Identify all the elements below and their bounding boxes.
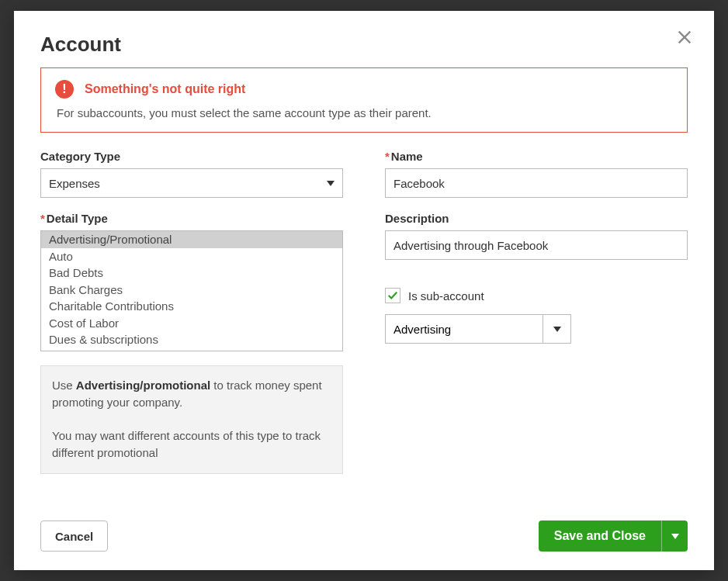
- detail-type-listbox[interactable]: Advertising/PromotionalAutoBad DebtsBank…: [40, 230, 343, 351]
- parent-account-select[interactable]: Advertising: [385, 314, 571, 344]
- modal-header: Account: [14, 11, 714, 67]
- detail-type-option[interactable]: Entertainment: [41, 348, 342, 352]
- save-and-close-button[interactable]: Save and Close: [539, 520, 661, 552]
- detail-type-option[interactable]: Auto: [41, 248, 342, 265]
- check-icon: [387, 290, 398, 301]
- detail-type-option[interactable]: Bank Charges: [41, 282, 342, 299]
- caret-down-icon: [553, 327, 561, 332]
- save-button-group: Save and Close: [539, 520, 688, 552]
- alert-message: For subaccounts, you must select the sam…: [55, 106, 673, 119]
- caret-down-icon: [327, 181, 335, 186]
- modal-title: Account: [40, 33, 686, 57]
- caret-down-icon: [671, 534, 679, 539]
- sub-account-label: Is sub-account: [408, 289, 484, 303]
- cancel-button[interactable]: Cancel: [40, 520, 108, 552]
- detail-type-option[interactable]: Dues & subscriptions: [41, 331, 342, 348]
- alert-header: ! Something's not quite right: [55, 80, 673, 99]
- sub-account-row: Is sub-account: [385, 288, 688, 303]
- left-column: Category Type Expenses *Detail Type Adve…: [40, 150, 343, 474]
- hint-paragraph-1: Use Advertising/promotional to track mon…: [52, 377, 331, 411]
- hint-paragraph-2: You may want different accounts of this …: [52, 427, 331, 462]
- parent-account-value: Advertising: [385, 314, 543, 344]
- name-input[interactable]: [385, 168, 688, 198]
- alert-title: Something's not quite right: [85, 82, 245, 96]
- category-type-label: Category Type: [40, 150, 343, 163]
- detail-type-option[interactable]: Bad Debts: [41, 265, 342, 282]
- name-field: *Name: [385, 150, 688, 198]
- modal-body[interactable]: ! Something's not quite right For subacc…: [14, 67, 714, 507]
- category-type-value: Expenses: [49, 177, 100, 190]
- detail-type-option[interactable]: Charitable Contributions: [41, 298, 342, 315]
- category-type-select[interactable]: Expenses: [40, 168, 343, 198]
- detail-type-field: *Detail Type Advertising/PromotionalAuto…: [40, 212, 343, 351]
- close-button[interactable]: [674, 26, 695, 48]
- description-label: Description: [385, 212, 688, 225]
- category-type-field: Category Type Expenses: [40, 150, 343, 198]
- detail-type-option[interactable]: Cost of Labor: [41, 315, 342, 332]
- name-label: *Name: [385, 150, 688, 163]
- close-icon: [676, 29, 693, 46]
- description-field: Description: [385, 212, 688, 260]
- description-input[interactable]: [385, 230, 688, 260]
- account-modal: Account ! Something's not quite right Fo…: [14, 11, 714, 570]
- sub-account-checkbox[interactable]: [385, 288, 400, 303]
- error-alert: ! Something's not quite right For subacc…: [40, 67, 688, 133]
- save-dropdown-button[interactable]: [661, 520, 688, 552]
- form-columns: Category Type Expenses *Detail Type Adve…: [40, 150, 688, 474]
- alert-icon: !: [55, 80, 74, 99]
- modal-footer: Cancel Save and Close: [14, 507, 714, 570]
- right-column: *Name Description Is sub-account: [385, 150, 688, 474]
- detail-type-option[interactable]: Advertising/Promotional: [41, 231, 342, 248]
- detail-type-hint[interactable]: Use Advertising/promotional to track mon…: [40, 365, 343, 474]
- detail-type-label: *Detail Type: [40, 212, 343, 225]
- parent-account-dropdown-button[interactable]: [543, 314, 571, 344]
